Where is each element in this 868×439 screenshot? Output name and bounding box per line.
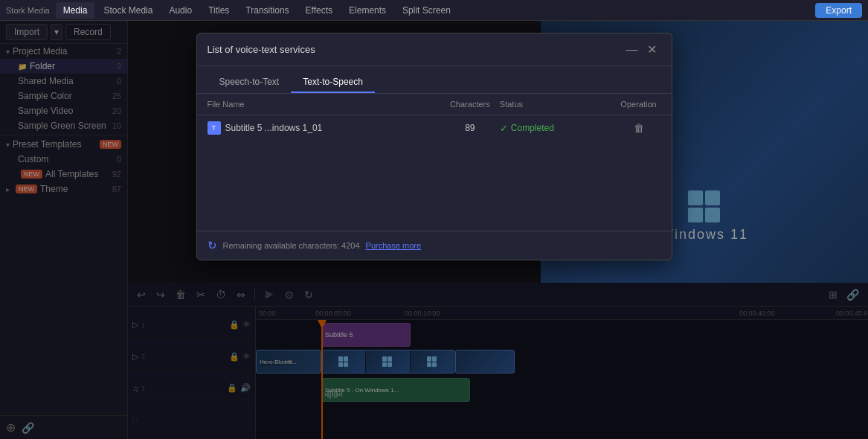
tab-titles[interactable]: Titles [201, 2, 237, 19]
file-name-label: Subtitle 5 ...indows 1_01 [225, 123, 323, 133]
file-op-cell: 🗑 [617, 122, 661, 134]
modal-title: List of voice-text services [208, 44, 622, 55]
app-logo: Stork Media [6, 6, 50, 15]
status-label: Completed [511, 123, 554, 133]
top-toolbar: Stork Media Media Stock Media Audio Titl… [0, 0, 868, 21]
modal-overlay: List of voice-text services — ✕ Speech-t… [0, 21, 868, 439]
tab-text-to-speech[interactable]: Text-to-Speech [291, 72, 375, 93]
modal-table-header: File Name Characters Status Operation [197, 94, 672, 115]
file-type-icon: T [208, 121, 221, 135]
col-header-status: Status [500, 100, 617, 109]
file-name-cell: T Subtitle 5 ...indows 1_01 [208, 121, 440, 135]
export-button[interactable]: Export [815, 3, 862, 18]
col-header-filename: File Name [208, 100, 440, 109]
file-status-cell: ✓ Completed [500, 123, 617, 134]
tab-effects[interactable]: Effects [298, 2, 340, 19]
tab-stock-media[interactable]: Stock Media [96, 2, 160, 19]
purchase-more-link[interactable]: Purchase more [366, 241, 422, 250]
tab-split-screen[interactable]: Split Screen [395, 2, 458, 19]
modal-footer: ↻ Remaining available characters: 4204 P… [197, 231, 672, 260]
tab-transitions[interactable]: Transitions [238, 2, 296, 19]
tab-speech-to-text[interactable]: Speech-to-Text [208, 72, 292, 93]
delete-row-button[interactable]: 🗑 [634, 122, 644, 134]
status-check-icon: ✓ [500, 123, 508, 134]
close-button[interactable]: ✕ [643, 41, 661, 58]
col-header-chars: Characters [440, 100, 500, 109]
file-chars-cell: 89 [440, 123, 500, 133]
voice-text-modal: List of voice-text services — ✕ Speech-t… [196, 33, 672, 260]
table-row[interactable]: T Subtitle 5 ...indows 1_01 89 ✓ Complet… [197, 115, 672, 141]
remaining-chars-label: Remaining available characters: 4204 [223, 241, 360, 250]
modal-header: List of voice-text services — ✕ [197, 33, 672, 66]
tab-media[interactable]: Media [56, 2, 95, 19]
modal-tabs: Speech-to-Text Text-to-Speech [197, 66, 672, 94]
minimize-button[interactable]: — [622, 42, 643, 58]
refresh-button[interactable]: ↻ [208, 239, 217, 252]
modal-spacer [197, 141, 672, 231]
tab-elements[interactable]: Elements [341, 2, 393, 19]
tab-audio[interactable]: Audio [161, 2, 199, 19]
col-header-op: Operation [617, 100, 661, 109]
